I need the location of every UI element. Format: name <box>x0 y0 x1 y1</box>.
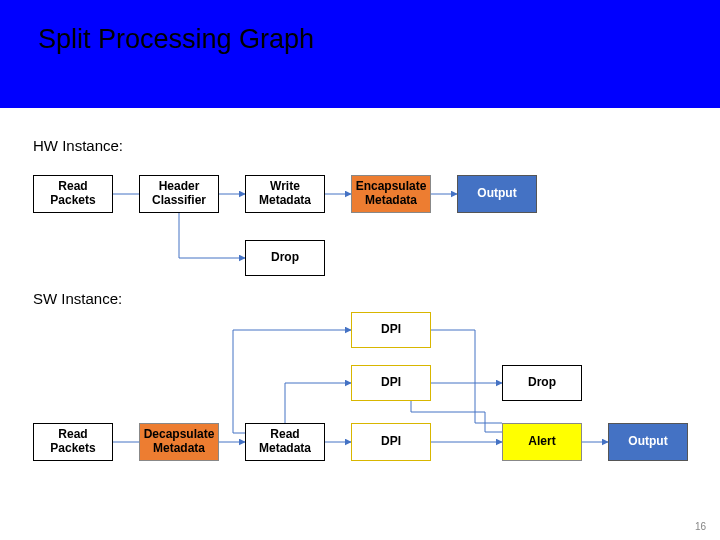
sw-node-alert: Alert <box>502 423 582 461</box>
slide: Split Processing Graph HW Instance: <box>0 0 720 540</box>
sw-node-output: Output <box>608 423 688 461</box>
page-title: Split Processing Graph <box>38 24 314 55</box>
title-bar: Split Processing Graph <box>0 0 720 108</box>
sw-node-drop: Drop <box>502 365 582 401</box>
hw-node-write-metadata: WriteMetadata <box>245 175 325 213</box>
hw-node-drop: Drop <box>245 240 325 276</box>
section-label-sw: SW Instance: <box>33 290 122 307</box>
sw-node-read-metadata: ReadMetadata <box>245 423 325 461</box>
sw-node-dpi-2: DPI <box>351 365 431 401</box>
hw-node-output: Output <box>457 175 537 213</box>
hw-node-header-classifier: HeaderClassifier <box>139 175 219 213</box>
sw-node-decapsulate-metadata: DecapsulateMetadata <box>139 423 219 461</box>
hw-node-encapsulate-metadata: EncapsulateMetadata <box>351 175 431 213</box>
page-number: 16 <box>695 521 706 532</box>
section-label-hw: HW Instance: <box>33 137 123 154</box>
sw-node-dpi-1: DPI <box>351 312 431 348</box>
sw-node-dpi-3: DPI <box>351 423 431 461</box>
hw-node-read-packets: ReadPackets <box>33 175 113 213</box>
sw-node-read-packets: ReadPackets <box>33 423 113 461</box>
